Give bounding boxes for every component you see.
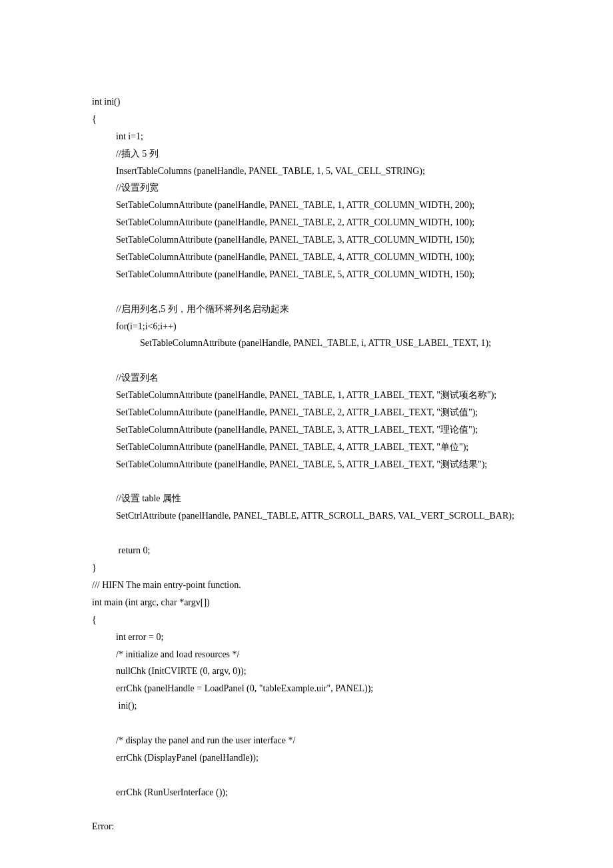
code-line: return 0; (92, 542, 521, 559)
code-line: errChk (RunUserInterface ()); (92, 784, 521, 801)
code-line: SetTableColumnAttribute (panelHandle, PA… (92, 404, 521, 421)
code-line: } (92, 559, 521, 577)
blank-line (92, 801, 521, 819)
code-line: InsertTableColumns (panelHandle, PANEL_T… (92, 163, 521, 180)
code-line: int ini() (92, 93, 521, 111)
blank-line (92, 352, 521, 369)
blank-line (92, 525, 521, 542)
code-line: //设置列宽 (92, 179, 521, 197)
code-line: for(i=1;i<6;i++) (92, 318, 521, 335)
code-line: /* initialize and load resources */ (92, 646, 521, 663)
code-line: //设置 table 属性 (92, 490, 521, 507)
code-line: SetCtrlAttribute (panelHandle, PANEL_TAB… (92, 507, 521, 525)
code-line: int i=1; (92, 128, 521, 145)
code-document: int ini() { int i=1; //插入 5 列 InsertTabl… (0, 0, 613, 868)
blank-line (92, 283, 521, 301)
code-line: Error: (92, 818, 521, 835)
code-line: SetTableColumnAttribute (panelHandle, PA… (92, 249, 521, 266)
code-line: { (92, 611, 521, 629)
code-line: SetTableColumnAttribute (panelHandle, PA… (92, 214, 521, 231)
code-line: SetTableColumnAttribute (panelHandle, PA… (92, 335, 521, 352)
code-line: SetTableColumnAttribute (panelHandle, PA… (92, 387, 521, 404)
blank-line (92, 715, 521, 732)
code-line: errChk (panelHandle = LoadPanel (0, "tab… (92, 680, 521, 697)
blank-line (92, 767, 521, 784)
code-line: SetTableColumnAttribute (panelHandle, PA… (92, 231, 521, 249)
code-line: //启用列名,5 列，用个循环将列名启动起来 (92, 301, 521, 318)
blank-line (92, 473, 521, 491)
code-line: /// HIFN The main entry-point function. (92, 577, 521, 594)
code-line: errChk (DisplayPanel (panelHandle)); (92, 749, 521, 767)
code-line: int main (int argc, char *argv[]) (92, 594, 521, 611)
code-line: //设置列名 (92, 369, 521, 387)
code-line: nullChk (InitCVIRTE (0, argv, 0)); (92, 663, 521, 680)
code-line: //插入 5 列 (92, 145, 521, 163)
code-line: SetTableColumnAttribute (panelHandle, PA… (92, 421, 521, 439)
code-line: { (92, 111, 521, 128)
code-line: int error = 0; (92, 629, 521, 646)
code-line: /* display the panel and run the user in… (92, 732, 521, 749)
code-line: ini(); (92, 697, 521, 715)
code-line: SetTableColumnAttribute (panelHandle, PA… (92, 266, 521, 283)
code-line: SetTableColumnAttribute (panelHandle, PA… (92, 439, 521, 456)
code-line: SetTableColumnAttribute (panelHandle, PA… (92, 197, 521, 214)
code-line: SetTableColumnAttribute (panelHandle, PA… (92, 456, 521, 473)
